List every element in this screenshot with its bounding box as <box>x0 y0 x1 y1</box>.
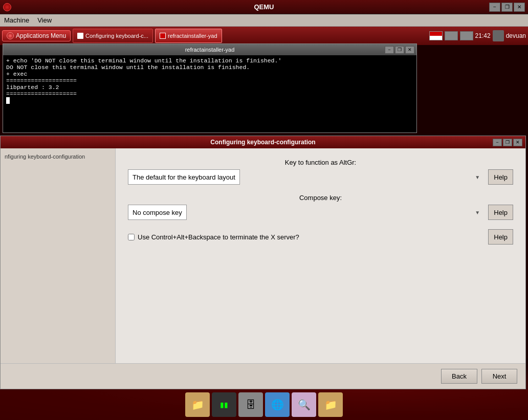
back-button[interactable]: Back <box>441 369 477 384</box>
taskbar-item-keyboard-label: Configuring keyboard-c... <box>85 33 148 39</box>
keyboard-config-dialog: Configuring keyboard-configuration − ❐ ✕… <box>0 136 526 389</box>
terminal-title: refractainstaller-yad <box>185 47 235 53</box>
compose-select-wrap: No compose key <box>128 205 484 220</box>
compose-label: Compose key: <box>128 194 513 202</box>
compose-select[interactable]: No compose key <box>128 205 187 220</box>
compose-select-row: No compose key Help <box>128 205 513 220</box>
qemu-menubar: Machine View <box>0 14 528 27</box>
terminal-line-5: libparted : 3.2 <box>6 84 413 91</box>
ctrl-alt-backspace-label: Use Control+Alt+Backspace to terminate t… <box>138 233 299 241</box>
taskbar-right: 21:42 devuan <box>429 30 526 41</box>
kbd-minimize[interactable]: − <box>493 139 502 146</box>
terminal-controls: − ❐ ✕ <box>385 46 414 54</box>
dock-search-icon[interactable]: 🔍 <box>292 392 316 417</box>
kbd-close[interactable]: ✕ <box>513 139 522 146</box>
altgr-select-row: The default for the keyboard layout Help <box>128 169 513 185</box>
notification-area <box>445 31 458 40</box>
view-menu[interactable]: View <box>37 16 52 24</box>
qemu-titlebar: QEMU − ❐ ✕ <box>0 0 528 14</box>
compose-help-button[interactable]: Help <box>488 205 513 220</box>
compose-row: Compose key: No compose key Help <box>128 194 513 220</box>
terminal-line-1: + echo 'DO NOT close this terminal windo… <box>6 57 413 64</box>
kbd-titlebar: Configuring keyboard-configuration − ❐ ✕ <box>1 136 525 148</box>
taskbar-app-icon-installer <box>160 33 166 39</box>
kbd-content: nfiguring keyboard-configuration Key to … <box>1 148 525 363</box>
checkbox-area: Use Control+Alt+Backspace to terminate t… <box>128 233 484 241</box>
taskbar-item-installer-label: refractainstaller-yad <box>168 33 217 39</box>
dock-globe-icon[interactable]: 🌐 <box>265 392 290 417</box>
kbd-main: Key to function as AltGr: The default fo… <box>116 148 525 363</box>
checkbox-help-button[interactable]: Help <box>488 229 513 245</box>
username: devuan <box>506 32 526 39</box>
terminal-minimize[interactable]: − <box>385 46 394 54</box>
taskbar-item-keyboard[interactable]: Configuring keyboard-c... <box>73 29 153 43</box>
terminal-line-3: + exec <box>6 71 413 77</box>
bottom-panel: 📁 ▮▮ 🗄 🌐 🔍 📁 <box>0 389 528 420</box>
dock-folder2-icon[interactable]: 📁 <box>318 392 343 417</box>
altgr-select-wrap: The default for the keyboard layout <box>128 169 484 185</box>
restore-button[interactable]: ❐ <box>501 3 513 12</box>
qemu-titlebar-left <box>3 3 11 11</box>
dock-terminal-icon[interactable]: ▮▮ <box>212 392 236 417</box>
kbd-window-controls: − ❐ ✕ <box>493 139 522 146</box>
next-button[interactable]: Next <box>481 369 517 384</box>
kbd-restore[interactable]: ❐ <box>503 139 512 146</box>
ctrl-alt-backspace-row: Use Control+Alt+Backspace to terminate t… <box>128 229 513 245</box>
xfce-taskbar: Applications Menu Configuring keyboard-c… <box>0 27 528 45</box>
altgr-help-button[interactable]: Help <box>488 169 513 185</box>
flag-icon <box>429 31 443 40</box>
terminal-window: refractainstaller-yad − ❐ ✕ + echo 'DO N… <box>3 43 417 133</box>
checkbox-row: Use Control+Alt+Backspace to terminate t… <box>128 229 513 245</box>
terminal-line-2: DO NOT close this terminal window until … <box>6 64 413 71</box>
terminal-line-4: ==================== <box>6 77 413 84</box>
minimize-button[interactable]: − <box>489 3 500 12</box>
altgr-select[interactable]: The default for the keyboard layout <box>128 169 240 185</box>
kbd-dialog-title: Configuring keyboard-configuration <box>210 139 315 146</box>
taskbar-app-icon-keyboard <box>77 33 83 39</box>
terminal-restore[interactable]: ❐ <box>395 46 404 54</box>
clock: 21:42 <box>475 32 491 39</box>
avatar <box>493 30 504 41</box>
taskbar-item-installer[interactable]: refractainstaller-yad <box>155 29 222 43</box>
terminal-body: + echo 'DO NOT close this terminal windo… <box>3 55 416 132</box>
kbd-sidebar-item: nfiguring keyboard-configuration <box>5 152 111 161</box>
terminal-cursor-line <box>6 97 413 104</box>
notification-area2 <box>460 31 473 40</box>
terminal-close[interactable]: ✕ <box>405 46 414 54</box>
altgr-row: Key to function as AltGr: The default fo… <box>128 159 513 185</box>
altgr-label: Key to function as AltGr: <box>128 159 513 166</box>
ctrl-alt-backspace-checkbox[interactable] <box>128 234 135 240</box>
dock-folder-icon[interactable]: 📁 <box>185 392 210 417</box>
qemu-title: QEMU <box>254 3 274 11</box>
qemu-window-controls: − ❐ ✕ <box>489 3 525 12</box>
apps-icon <box>7 32 14 39</box>
kbd-footer: Back Next <box>1 363 525 389</box>
dock-files-icon[interactable]: 🗄 <box>238 392 263 417</box>
applications-menu-button[interactable]: Applications Menu <box>2 30 71 41</box>
terminal-line-6: ==================== <box>6 91 413 97</box>
close-button[interactable]: ✕ <box>514 3 525 12</box>
machine-menu[interactable]: Machine <box>4 16 29 24</box>
terminal-titlebar: refractainstaller-yad − ❐ ✕ <box>3 44 416 55</box>
kbd-sidebar: nfiguring keyboard-configuration <box>1 148 116 363</box>
qemu-icon <box>3 3 11 11</box>
apps-menu-label: Applications Menu <box>16 32 66 39</box>
